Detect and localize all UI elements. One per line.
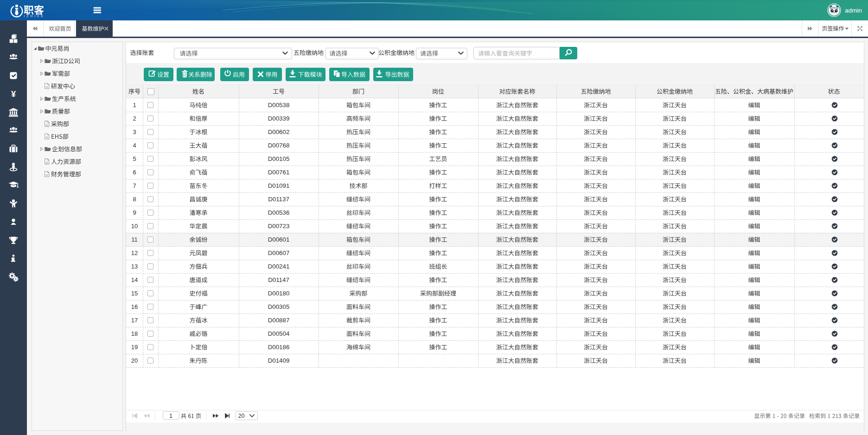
svg-text:D01147: D01147 <box>268 276 289 283</box>
svg-text:D01091: D01091 <box>268 182 290 189</box>
svg-text:I Z H I K E: I Z H I K E <box>24 14 44 18</box>
svg-text:20: 20 <box>131 357 138 364</box>
svg-text:D00305: D00305 <box>268 303 290 310</box>
svg-text:7: 7 <box>133 182 136 189</box>
svg-text:D00339: D00339 <box>268 115 290 122</box>
svg-text:D00761: D00761 <box>268 169 290 176</box>
svg-text:D00105: D00105 <box>268 155 290 162</box>
svg-text:D00607: D00607 <box>268 249 290 256</box>
svg-text:D01409: D01409 <box>268 357 290 364</box>
svg-text:20: 20 <box>238 413 245 419</box>
svg-text:D00536: D00536 <box>268 209 290 216</box>
svg-text:19: 19 <box>131 344 138 351</box>
svg-text:¥: ¥ <box>11 90 16 99</box>
svg-text:6: 6 <box>133 169 136 176</box>
svg-text:16: 16 <box>131 303 138 310</box>
svg-text:3: 3 <box>133 128 136 135</box>
svg-text:9: 9 <box>133 209 136 216</box>
svg-text:D00768: D00768 <box>268 142 290 149</box>
svg-text:D00887: D00887 <box>268 317 290 324</box>
svg-text:D00241: D00241 <box>268 263 290 270</box>
svg-text:admin: admin <box>845 7 862 14</box>
svg-text:10: 10 <box>131 223 138 230</box>
svg-text:D00180: D00180 <box>268 290 290 297</box>
svg-text:D00186: D00186 <box>268 344 290 351</box>
svg-text:11: 11 <box>131 236 138 243</box>
svg-text:2: 2 <box>133 115 136 122</box>
svg-text:18: 18 <box>131 330 138 337</box>
svg-text:D00538: D00538 <box>268 102 290 109</box>
svg-text:D00504: D00504 <box>268 330 290 337</box>
svg-text:14: 14 <box>131 276 138 283</box>
svg-text:13: 13 <box>131 263 138 270</box>
svg-text:5: 5 <box>133 155 136 162</box>
svg-text:D00601: D00601 <box>268 236 290 243</box>
svg-text:8: 8 <box>133 196 136 203</box>
svg-text:12: 12 <box>131 249 138 256</box>
svg-text:D01137: D01137 <box>268 196 289 203</box>
svg-text:17: 17 <box>131 317 138 324</box>
svg-text:15: 15 <box>131 290 138 297</box>
svg-text:4: 4 <box>133 142 136 149</box>
svg-text:D00723: D00723 <box>268 223 290 230</box>
svg-text:1: 1 <box>133 102 136 109</box>
svg-text:1: 1 <box>169 413 172 419</box>
svg-text:D00602: D00602 <box>268 128 290 135</box>
